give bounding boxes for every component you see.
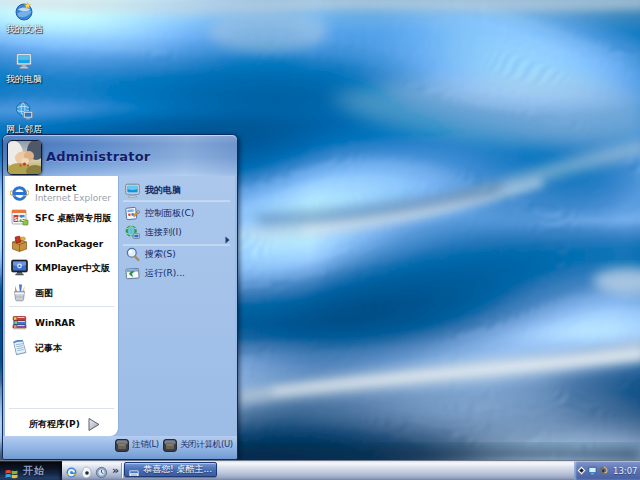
quick-launch-overflow-chevron[interactable]: » bbox=[112, 464, 119, 477]
menu-item-label: 记事本 bbox=[35, 343, 62, 353]
start-menu-body: Internet Internet Explorer SFC bbox=[5, 176, 235, 436]
task-button-label: 恭喜您! 桌酷主... bbox=[143, 463, 212, 476]
menu-item-label: 画图 bbox=[35, 288, 53, 298]
taskbar-divider bbox=[121, 463, 122, 478]
user-name: Administrator bbox=[46, 149, 150, 164]
all-programs-button[interactable]: 所有程序(P) bbox=[5, 413, 118, 436]
start-button-label: 开始 bbox=[23, 464, 45, 478]
search-icon bbox=[125, 247, 140, 262]
menu-item-label: SFC 桌酷网专用版 bbox=[35, 213, 111, 223]
my-computer-small-icon bbox=[125, 183, 140, 198]
menu-item-iconpackager[interactable]: IconPackager bbox=[5, 233, 118, 254]
system-tray: 13:07 bbox=[574, 461, 640, 480]
menu-item-label: WinRAR bbox=[35, 318, 75, 328]
windows-flag-icon bbox=[5, 465, 18, 477]
notepad-icon bbox=[10, 338, 29, 357]
all-programs-label: 所有程序(P) bbox=[29, 418, 80, 431]
desktop-icon-label: 我的电脑 bbox=[6, 74, 42, 84]
menu-item-label: IconPackager bbox=[35, 239, 103, 249]
menu-item-search[interactable]: 搜索(S) bbox=[118, 246, 235, 263]
taskbar: 开始 bbox=[0, 460, 640, 480]
menu-item-winrar[interactable]: WinRAR bbox=[5, 312, 118, 333]
tray-clock[interactable]: 13:07 bbox=[613, 466, 638, 476]
menu-item-paint[interactable]: 画图 bbox=[5, 282, 118, 303]
menu-item-label: 控制面板(C) bbox=[145, 207, 194, 220]
menu-item-label: 运行(R)... bbox=[145, 267, 185, 280]
menu-item-label: KMPlayer中文版 bbox=[35, 263, 110, 273]
my-documents-icon bbox=[14, 1, 34, 21]
iconpackager-icon bbox=[10, 234, 29, 253]
menu-item-internet[interactable]: Internet Internet Explorer bbox=[5, 181, 118, 205]
logoff-button[interactable]: 注销(L) bbox=[115, 439, 159, 452]
menu-item-my-computer[interactable]: 我的电脑 bbox=[118, 181, 235, 200]
logoff-label: 注销(L) bbox=[132, 439, 159, 451]
control-panel-icon bbox=[125, 206, 140, 221]
user-avatar bbox=[7, 140, 42, 175]
network-places-icon bbox=[14, 101, 34, 121]
shutdown-icon bbox=[163, 439, 177, 452]
menu-item-label: 我的电脑 bbox=[145, 184, 181, 197]
menu-item-notepad[interactable]: 记事本 bbox=[5, 337, 118, 358]
desktop-icon-my-documents[interactable]: 我的文档 bbox=[1, 1, 47, 34]
quick-launch-app-icon[interactable] bbox=[95, 464, 108, 477]
menu-item-control-panel[interactable]: 控制面板(C) bbox=[118, 204, 235, 223]
winrar-icon bbox=[10, 313, 29, 332]
sfc-app-icon: SFC bbox=[10, 208, 29, 227]
desktop-icon-label: 我的文档 bbox=[6, 24, 42, 34]
task-window-icon bbox=[129, 465, 139, 475]
menu-item-label: 连接到(I) bbox=[145, 226, 182, 239]
start-menu-header: Administrator bbox=[3, 135, 237, 176]
svg-text:SFC: SFC bbox=[14, 216, 25, 222]
my-computer-icon bbox=[14, 51, 34, 71]
run-icon bbox=[125, 266, 140, 281]
paint-icon bbox=[10, 283, 29, 302]
menu-item-label: Internet bbox=[35, 183, 111, 193]
menu-item-kmplayer[interactable]: KMPlayer中文版 bbox=[5, 257, 118, 278]
menu-item-sfc[interactable]: SFC SFC 桌酷网专用版 bbox=[5, 207, 118, 228]
logoff-icon bbox=[115, 439, 129, 452]
connect-to-icon bbox=[125, 225, 140, 240]
task-button-zhuoku[interactable]: 恭喜您! 桌酷主... bbox=[124, 462, 217, 477]
menu-left-separator bbox=[9, 306, 114, 307]
start-menu-footer: 注销(L) 关闭计算机(U) bbox=[3, 436, 237, 459]
menu-right-separator bbox=[123, 244, 230, 245]
submenu-arrow-icon bbox=[225, 229, 230, 237]
start-menu-right-column: 我的电脑 控制面板(C) bbox=[118, 176, 235, 436]
menu-item-label: 搜索(S) bbox=[145, 248, 176, 261]
tray-diamond-icon[interactable] bbox=[577, 466, 586, 475]
menu-item-connect-to[interactable]: 连接到(I) bbox=[118, 223, 235, 242]
start-menu: Administrator Internet Internet Explorer bbox=[2, 134, 238, 460]
menu-right-separator bbox=[123, 200, 230, 201]
internet-explorer-icon bbox=[10, 184, 29, 203]
shutdown-label: 关闭计算机(U) bbox=[180, 439, 233, 451]
desktop-screen: 我的文档 我的电脑 网上邻居 bbox=[0, 0, 640, 480]
all-programs-arrow-icon bbox=[87, 417, 101, 432]
desktop-icon-label: 网上邻居 bbox=[6, 124, 42, 134]
quick-launch-bar: » bbox=[62, 461, 122, 480]
start-button[interactable]: 开始 bbox=[0, 461, 62, 480]
quick-launch-player-icon[interactable] bbox=[80, 464, 93, 477]
tray-display-icon[interactable] bbox=[588, 466, 597, 475]
quick-launch-ie-icon[interactable] bbox=[65, 464, 78, 477]
desktop-icon-my-computer[interactable]: 我的电脑 bbox=[1, 51, 47, 84]
tray-swirl-icon[interactable] bbox=[599, 466, 608, 475]
kmplayer-icon bbox=[10, 258, 29, 277]
menu-left-separator-bottom bbox=[9, 408, 114, 409]
shutdown-button[interactable]: 关闭计算机(U) bbox=[163, 439, 233, 452]
desktop-icon-network-places[interactable]: 网上邻居 bbox=[1, 101, 47, 134]
menu-item-run[interactable]: 运行(R)... bbox=[118, 265, 235, 282]
start-menu-left-column: Internet Internet Explorer SFC bbox=[5, 176, 118, 436]
menu-item-sublabel: Internet Explorer bbox=[35, 193, 111, 203]
